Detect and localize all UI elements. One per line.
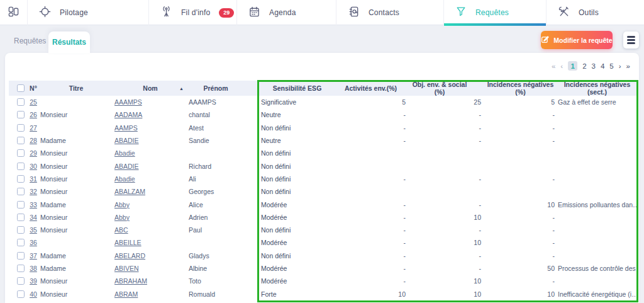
table-row: 37MadameABELARDGladysNon défini--- [9,249,638,262]
cell-num[interactable]: 38 [30,265,37,272]
cell-nom[interactable]: ABC [114,226,128,234]
column-header-activites[interactable]: Activités env.(%) [343,84,410,92]
cell-nom[interactable]: ABALZAM [114,188,145,195]
cell-nom[interactable]: AAAMPS [114,98,142,106]
cell-inc: - [484,239,557,246]
row-checkbox[interactable] [17,290,25,298]
row-checkbox[interactable] [17,201,25,209]
cell-num[interactable]: 25 [30,98,37,106]
pagination-page-3[interactable]: 3 [592,62,596,70]
row-checkbox[interactable] [17,98,25,106]
cell-nom[interactable]: Abby [114,214,130,221]
cell-num[interactable]: 32 [30,188,37,195]
pagination-page-1[interactable]: 1 [568,61,577,71]
cell-inc: 10 [484,201,557,209]
nav-tab-pilotage[interactable]: Pilotage [27,0,148,25]
cell-nom[interactable]: Abadie [114,149,135,157]
cell-titre: Monsieur [39,163,113,170]
column-header-titre[interactable]: Titre [39,84,113,92]
cell-nom[interactable]: Abadie [114,175,135,183]
cell-nom[interactable]: ABRAM [114,290,138,298]
row-checkbox[interactable] [17,188,25,195]
row-checkbox[interactable] [17,111,25,118]
row-checkbox[interactable] [17,265,25,272]
pagination-first[interactable]: « [552,62,555,70]
cell-nom[interactable]: Abby [114,201,130,209]
cell-nom[interactable]: ABADIE [114,137,139,144]
cell-num[interactable]: 27 [30,124,37,132]
nav-tab-requetes[interactable]: Requêtes [443,0,546,25]
pagination-page-4[interactable]: 4 [601,62,604,70]
column-header-sensibilite[interactable]: Sensibilité ESG [258,84,343,92]
cell-num[interactable]: 40 [30,290,37,298]
row-checkbox[interactable] [17,226,25,234]
cell-num[interactable]: 28 [30,137,37,144]
row-checkbox[interactable] [17,175,25,183]
cell-num[interactable]: 33 [30,201,37,209]
cell-nom[interactable]: ABRAHAM [114,277,147,285]
row-checkbox[interactable] [17,149,25,157]
row-checkbox[interactable] [17,277,25,285]
cell-titre: Monsieur [39,188,113,195]
cell-sens: Non défini [258,163,343,170]
tab-resultats[interactable]: Résultats [48,31,90,53]
cell-sens: Non défini [258,252,343,260]
modify-query-label: Modifier la requête [553,37,612,44]
table-row: 28MadameABADIESandieNeutre--- [9,134,638,147]
nav-tab-home[interactable] [0,0,27,25]
cell-nom[interactable]: ABIVEN [114,265,139,272]
tab-requetes[interactable]: Requêtes [14,37,46,45]
row-checkbox[interactable] [17,239,25,246]
nav-tab-fil-dinfo[interactable]: Fil d'info 29 [148,0,236,25]
cell-nom[interactable]: AAMPS [114,124,138,132]
cell-num[interactable]: 31 [30,175,37,183]
cell-nom[interactable]: ABELARD [114,252,145,260]
nav-tab-agenda[interactable]: Agenda [236,0,336,25]
row-checkbox[interactable] [17,124,25,132]
column-header-objectifs[interactable]: Obj. env. & social (%) [410,81,484,96]
cell-nom[interactable]: ABADIE [114,163,139,170]
cell-num[interactable]: 34 [30,214,37,221]
row-checkbox[interactable] [17,137,25,144]
pagination-page-5[interactable]: 5 [609,62,613,70]
row-checkbox[interactable] [17,214,25,221]
cell-titre: Monsieur [39,290,113,298]
row-checkbox[interactable] [17,252,25,260]
cell-prenom: chantal [187,111,258,118]
cell-num[interactable]: 30 [30,163,37,170]
cell-act: - [343,137,410,144]
cell-num[interactable]: 39 [30,277,37,285]
cell-num[interactable]: 37 [30,252,37,260]
cell-num[interactable]: 29 [30,149,37,157]
list-menu-button[interactable] [623,31,639,49]
cell-prenom: AAAMPS [187,98,258,106]
pagination-last[interactable]: » [626,62,630,70]
cell-num[interactable]: 35 [30,226,37,234]
cell-titre: Monsieur [39,277,113,285]
cell-obj: - [410,252,484,260]
cell-nom[interactable]: AADAMA [114,111,142,118]
table-row: 39MonsieurABRAHAMTotoModérée-10- [9,275,638,287]
cell-num[interactable]: 26 [30,111,37,118]
cell-inc: - [484,124,557,132]
column-header-incidences-pct[interactable]: Incidences négatives (%) [484,81,557,96]
table-row: 34MonsieurAbbyAdrienModérée-10- [9,211,638,224]
cell-sens: Modérée [258,277,343,285]
pagination-page-2[interactable]: 2 [582,62,586,70]
cell-nom[interactable]: ABEILLE [114,239,142,246]
pagination-prev[interactable]: ‹ [560,62,563,70]
nav-tab-outils[interactable]: Outils [546,0,644,25]
column-header-num[interactable]: N° [28,84,39,92]
table-row: 38MadameABIVENAlbineModérée--50Processus… [9,262,638,275]
modify-query-button[interactable]: Modifier la requête [541,31,613,49]
row-checkbox[interactable] [17,163,25,170]
pagination-next[interactable]: › [619,62,621,70]
column-header-nom[interactable]: Nom ▲ [113,84,187,92]
column-header-incidences-sect[interactable]: Incidences négatives (sect.) [557,81,638,96]
cell-num[interactable]: 36 [30,239,37,246]
select-all-checkbox[interactable] [17,84,25,92]
pagination: « ‹ 1 2 3 4 5 › » [552,61,630,71]
calendar-icon [248,6,260,20]
column-header-prenom[interactable]: Prénom [187,84,258,92]
nav-tab-contacts[interactable]: Contacts [336,0,443,25]
